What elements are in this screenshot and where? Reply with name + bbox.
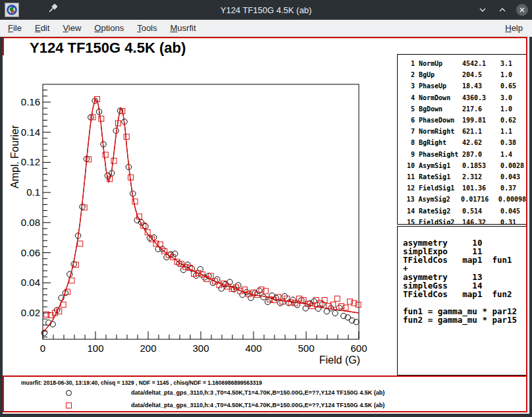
fit-parameter-box: 1NormUp4542.13.12BgUp204.51.03PhaseUp18.… bbox=[397, 54, 527, 225]
y-tick-label: 0.16 bbox=[21, 96, 40, 107]
parameter-row: 8BgRight42.620.38 bbox=[402, 137, 526, 148]
parameter-row: 3PhaseUp18.430.65 bbox=[402, 80, 526, 92]
data-point-square bbox=[124, 134, 129, 140]
close-button[interactable] bbox=[516, 4, 528, 16]
parameter-num: 5 bbox=[402, 103, 415, 115]
parameter-row: 12FieldSig1101.360.37 bbox=[402, 182, 526, 194]
parameter-err: 0.37 bbox=[500, 182, 526, 194]
parameter-err: 0.00098 bbox=[498, 194, 526, 205]
parameter-err: 1.4 bbox=[500, 149, 526, 160]
parameter-name: RateSig2 bbox=[419, 206, 462, 217]
menu-bar: FileEditViewOptionsToolsMusrfitHelp bbox=[0, 20, 532, 37]
y-axis-title: Ampl. Fourier bbox=[9, 125, 20, 188]
parameter-val: 101.36 bbox=[462, 182, 500, 194]
data-point-square bbox=[99, 116, 104, 121]
data-point-circle bbox=[257, 288, 262, 293]
parameter-val: 4360.3 bbox=[462, 92, 500, 103]
parameter-val: 2.312 bbox=[462, 171, 500, 182]
parameter-err: 3.1 bbox=[500, 58, 526, 69]
parameter-row: 9PhaseRight287.01.4 bbox=[402, 149, 526, 160]
parameter-val: 146.32 bbox=[462, 217, 500, 225]
title-bar[interactable]: Y124 TF150G 4.5K (ab) bbox=[0, 0, 532, 20]
parameter-num: 13 bbox=[402, 194, 415, 205]
parameter-row: 14RateSig20.5140.045 bbox=[402, 206, 526, 217]
parameter-err: 1.0 bbox=[500, 69, 526, 80]
window-title: Y124 TF150G 4.5K (ab) bbox=[0, 5, 532, 15]
app-window: Y124 TF150G 4.5K (ab) FileEditViewOption… bbox=[0, 0, 532, 417]
legend-label: data/deltat_pta_gps_3110,h:3 ,T0=4.50K,T… bbox=[131, 389, 385, 396]
parameter-val: 0.1853 bbox=[462, 160, 500, 171]
y-tick-label: 0.12 bbox=[21, 156, 40, 167]
parameter-name: BgDown bbox=[419, 103, 462, 115]
maximize-button[interactable] bbox=[496, 4, 508, 16]
y-tick-label: 0.02 bbox=[21, 307, 40, 318]
data-point-circle bbox=[219, 286, 224, 291]
parameter-row: 7NormRight621.11.1 bbox=[402, 126, 526, 137]
data-point-circle bbox=[88, 115, 93, 120]
parameter-row: 1NormUp4542.13.1 bbox=[402, 58, 526, 69]
parameter-num: 10 bbox=[402, 160, 415, 171]
menu-item-tools[interactable]: Tools bbox=[130, 20, 163, 36]
menu-item-musrfit[interactable]: Musrfit bbox=[164, 20, 203, 36]
data-point-circle bbox=[299, 297, 304, 302]
menu-item-edit[interactable]: Edit bbox=[28, 20, 56, 36]
fit-curve-red bbox=[43, 99, 359, 332]
info-pad: musrfit: 2018-06-30, 13:19:40, chisq = 1… bbox=[3, 375, 527, 412]
parameter-err: 0.38 bbox=[500, 137, 526, 148]
parameter-name: FieldSig2 bbox=[419, 217, 462, 225]
legend-label: data/deltat_pta_gps_3110,h:4 ,T0=4.50K,T… bbox=[131, 402, 385, 408]
data-point-square bbox=[334, 296, 340, 301]
parameter-err: 0.31 bbox=[500, 217, 526, 225]
parameter-err: 3.0 bbox=[500, 92, 526, 103]
data-point-circle bbox=[248, 295, 253, 300]
menu-item-options[interactable]: Options bbox=[88, 20, 130, 36]
parameter-row: 13AsymSig20.017160.00098 bbox=[402, 194, 526, 205]
data-point-square bbox=[78, 241, 83, 246]
data-point-square bbox=[111, 158, 117, 163]
parameter-row: 4NormDown4360.33.0 bbox=[402, 92, 526, 103]
x-tick-label: 300 bbox=[192, 343, 209, 354]
menu-item-view[interactable]: View bbox=[56, 20, 88, 36]
parameter-name: NormRight bbox=[419, 126, 462, 137]
parameter-name: PhaseDown bbox=[419, 115, 462, 126]
legend-row: data/deltat_pta_gps_3110,h:3 ,T0=4.50K,T… bbox=[4, 388, 526, 399]
x-tick-label: 200 bbox=[140, 343, 156, 354]
parameter-val: 42.62 bbox=[462, 137, 500, 148]
parameter-row: 10AsymSig10.18530.0028 bbox=[402, 160, 526, 171]
parameter-name: FieldSig1 bbox=[419, 182, 462, 194]
parameter-row: 15FieldSig2146.320.31 bbox=[402, 217, 526, 225]
parameter-val: 4542.1 bbox=[462, 58, 500, 69]
parameter-row: 5BgDown217.61.0 bbox=[402, 103, 526, 115]
minimize-button[interactable] bbox=[477, 4, 489, 16]
parameter-name: PhaseUp bbox=[419, 80, 462, 92]
parameter-val: 0.514 bbox=[462, 206, 500, 217]
parameter-num: 9 bbox=[402, 149, 415, 160]
data-point-circle bbox=[173, 251, 178, 256]
parameter-name: AsymSig1 bbox=[419, 160, 462, 171]
data-point-circle bbox=[332, 310, 338, 316]
canvas-highlight-left-stub bbox=[3, 37, 4, 55]
legend-circle-marker bbox=[66, 390, 72, 396]
parameter-num: 1 bbox=[402, 58, 415, 69]
fit-curve-black bbox=[43, 99, 359, 332]
theory-box: asymmetry 10 simplExpo 11 TFieldCos map1… bbox=[397, 226, 527, 375]
parameter-num: 11 bbox=[402, 171, 415, 182]
parameter-err: 1.1 bbox=[500, 126, 526, 137]
parameter-num: 14 bbox=[402, 206, 415, 217]
x-tick-label: 0 bbox=[40, 343, 45, 354]
menu-item-file[interactable]: File bbox=[1, 20, 28, 36]
x-tick-label: 100 bbox=[87, 343, 103, 354]
parameter-err: 0.0028 bbox=[500, 160, 526, 171]
x-tick-label: 600 bbox=[350, 343, 367, 354]
data-point-circle bbox=[236, 283, 241, 288]
parameter-num: 6 bbox=[402, 115, 415, 126]
parameter-err: 0.65 bbox=[500, 80, 526, 92]
parameter-num: 7 bbox=[402, 126, 415, 137]
menu-item-help[interactable]: Help bbox=[498, 20, 529, 36]
y-tick-label: 0.14 bbox=[21, 126, 40, 138]
parameter-err: 0.043 bbox=[500, 171, 526, 182]
data-point-circle bbox=[198, 267, 203, 272]
parameter-val: 204.5 bbox=[462, 69, 500, 80]
root-canvas[interactable]: Y124 TF150G 4.5K (ab)0100200300400500600… bbox=[3, 37, 529, 414]
parameter-num: 2 bbox=[402, 69, 415, 80]
